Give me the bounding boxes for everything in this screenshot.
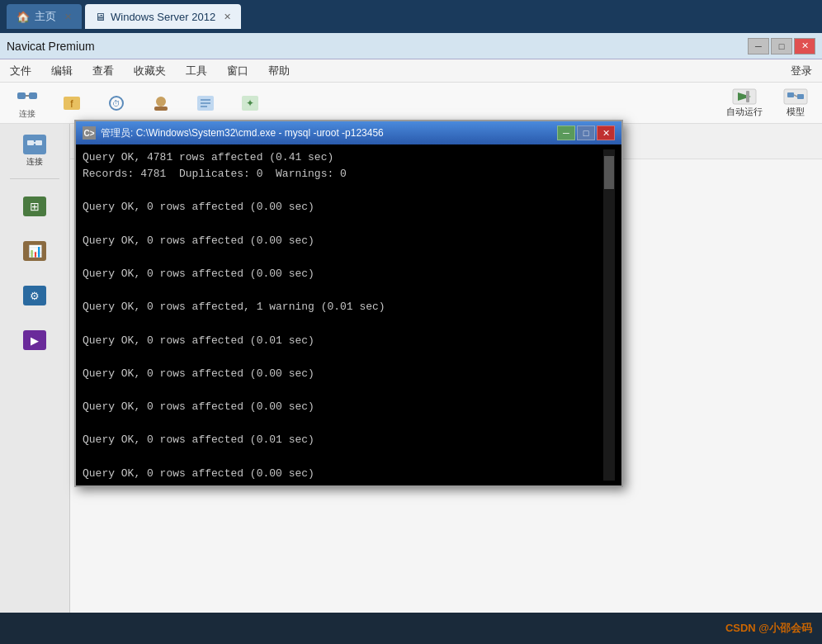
svg-rect-8 xyxy=(154,107,168,111)
menu-edit[interactable]: 编辑 xyxy=(48,62,76,80)
svg-rect-16 xyxy=(746,91,749,102)
sidebar-connect-label: 连接 xyxy=(26,156,43,168)
svg-rect-22 xyxy=(35,140,42,145)
sidebar-item-connect[interactable]: 连接 xyxy=(6,130,64,172)
menu-help[interactable]: 帮助 xyxy=(265,62,293,80)
toolbar-connect[interactable]: 连接 xyxy=(7,85,48,121)
model-label: 模型 xyxy=(787,106,805,118)
win-controls: ─ □ ✕ xyxy=(748,38,815,54)
model-button[interactable]: 模型 xyxy=(776,84,815,121)
icon-6: ✦ xyxy=(239,93,262,113)
navicat-titlebar: Navicat Premium ─ □ ✕ xyxy=(0,33,822,59)
cmd-icon: C> xyxy=(83,126,96,140)
svg-point-7 xyxy=(156,97,166,107)
icon-3: ⏱ xyxy=(105,93,128,113)
menu-file[interactable]: 文件 xyxy=(7,62,35,80)
toolbar-btn-4[interactable] xyxy=(140,85,182,121)
sidebar-item-4[interactable]: ⚙ xyxy=(6,275,64,316)
server-icon: 🖥 xyxy=(95,11,106,23)
home-tab-close[interactable]: ✕ xyxy=(64,12,72,22)
auto-run-label: 自动运行 xyxy=(726,106,763,118)
active-tab-close[interactable]: ✕ xyxy=(224,12,231,22)
cmd-output: Query OK, 4781 rows affected (0.41 sec) … xyxy=(83,149,603,481)
cmd-title: 管理员: C:\Windows\System32\cmd.exe - mysql… xyxy=(101,126,384,140)
tab-home[interactable]: 🏠 主页 ✕ xyxy=(7,4,82,29)
connect-icon xyxy=(16,87,39,107)
auto-run-button[interactable]: 自动运行 xyxy=(720,84,769,121)
toolbar-btn-6[interactable]: ✦ xyxy=(229,85,271,121)
icon-5 xyxy=(194,93,217,113)
toolbar-btn-5[interactable] xyxy=(185,85,226,121)
icon-4 xyxy=(149,93,172,113)
sidebar-icon-4: ⚙ xyxy=(23,286,46,305)
menu-bar: 文件 编辑 查看 收藏夹 工具 窗口 帮助 登录 xyxy=(0,59,822,83)
watermark: CSDN @小邵会码 xyxy=(725,621,812,636)
toolbar-right: 自动运行 模型 xyxy=(720,84,815,121)
tab-windows-server[interactable]: 🖥 Windows Server 2012 ✕ xyxy=(85,4,241,29)
sidebar: 连接 ⊞ 📊 ⚙ ▶ xyxy=(0,124,70,621)
sidebar-connect-icon xyxy=(23,135,46,154)
cmd-maximize[interactable]: □ xyxy=(577,125,595,140)
menu-window[interactable]: 窗口 xyxy=(224,62,252,80)
taskbar-bottom: CSDN @小邵会码 xyxy=(0,613,822,644)
svg-rect-0 xyxy=(17,92,26,99)
maximize-button[interactable]: □ xyxy=(771,38,792,54)
svg-rect-19 xyxy=(797,94,804,99)
cmd-close[interactable]: ✕ xyxy=(597,125,615,140)
minimize-button[interactable]: ─ xyxy=(748,38,769,54)
svg-text:✦: ✦ xyxy=(246,97,254,109)
svg-rect-18 xyxy=(787,92,794,97)
sidebar-item-3[interactable]: 📊 xyxy=(6,230,64,272)
menu-tools[interactable]: 工具 xyxy=(182,62,210,80)
cmd-scrollbar[interactable] xyxy=(603,149,615,481)
icon-2: f xyxy=(60,93,83,113)
sidebar-divider xyxy=(10,178,59,179)
home-tab-label: 主页 xyxy=(35,9,56,24)
toolbar-btn-2[interactable]: f xyxy=(51,85,92,121)
cmd-minimize[interactable]: ─ xyxy=(557,125,575,140)
menu-view[interactable]: 查看 xyxy=(89,62,117,80)
sidebar-icon-2: ⊞ xyxy=(23,197,46,216)
menu-favorites[interactable]: 收藏夹 xyxy=(130,62,169,80)
menu-login[interactable]: 登录 xyxy=(787,62,815,80)
taskbar-top: 🏠 主页 ✕ 🖥 Windows Server 2012 ✕ xyxy=(0,0,822,33)
cmd-window: C> 管理员: C:\Windows\System32\cmd.exe - my… xyxy=(74,120,623,487)
cmd-scroll-thumb[interactable] xyxy=(604,156,614,189)
cmd-win-controls: ─ □ ✕ xyxy=(557,125,615,140)
connect-label: 连接 xyxy=(19,108,35,120)
close-button[interactable]: ✕ xyxy=(794,38,815,54)
sidebar-item-5[interactable]: ▶ xyxy=(6,320,64,361)
toolbar-btn-3[interactable]: ⏱ xyxy=(96,85,137,121)
cmd-content: Query OK, 4781 rows affected (0.41 sec) … xyxy=(76,144,621,485)
home-icon: 🏠 xyxy=(17,11,30,23)
sidebar-icon-3: 📊 xyxy=(23,241,46,261)
active-tab-label: Windows Server 2012 xyxy=(111,11,215,23)
svg-rect-21 xyxy=(27,140,34,145)
svg-text:⏱: ⏱ xyxy=(112,99,120,108)
navicat-title: Navicat Premium xyxy=(7,40,95,53)
cmd-titlebar: C> 管理员: C:\Windows\System32\cmd.exe - my… xyxy=(76,121,621,144)
svg-rect-1 xyxy=(29,92,37,99)
sidebar-icon-5: ▶ xyxy=(23,330,46,350)
sidebar-item-2[interactable]: ⊞ xyxy=(6,186,64,227)
toolbar: 连接 f ⏱ xyxy=(0,83,822,124)
